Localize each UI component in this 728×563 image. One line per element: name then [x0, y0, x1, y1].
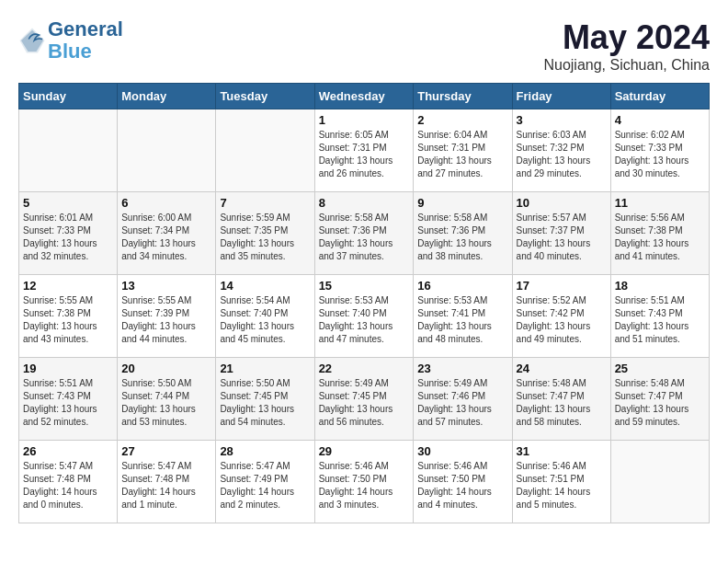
calendar-cell: 25Sunrise: 5:48 AM Sunset: 7:47 PM Dayli… [610, 358, 709, 441]
header-wednesday: Wednesday [314, 84, 414, 109]
day-number: 15 [319, 279, 410, 293]
day-info: Sunrise: 5:54 AM Sunset: 7:40 PM Dayligh… [220, 294, 310, 346]
title-block: May 2024 Nuojiang, Sichuan, China [543, 18, 710, 74]
calendar-week-5: 26Sunrise: 5:47 AM Sunset: 7:48 PM Dayli… [19, 441, 710, 523]
day-info: Sunrise: 5:58 AM Sunset: 7:36 PM Dayligh… [319, 212, 410, 263]
day-info: Sunrise: 5:58 AM Sunset: 7:36 PM Dayligh… [417, 212, 507, 263]
day-info: Sunrise: 6:05 AM Sunset: 7:31 PM Dayligh… [319, 129, 410, 180]
day-info: Sunrise: 5:51 AM Sunset: 7:43 PM Dayligh… [23, 377, 113, 429]
calendar-cell: 11Sunrise: 5:56 AM Sunset: 7:38 PM Dayli… [610, 192, 709, 275]
calendar-cell: 16Sunrise: 5:53 AM Sunset: 7:41 PM Dayli… [414, 275, 512, 358]
day-info: Sunrise: 5:47 AM Sunset: 7:48 PM Dayligh… [23, 460, 113, 511]
day-info: Sunrise: 5:59 AM Sunset: 7:35 PM Dayligh… [220, 212, 310, 263]
day-info: Sunrise: 5:48 AM Sunset: 7:47 PM Dayligh… [615, 377, 705, 429]
day-number: 30 [417, 444, 507, 458]
day-info: Sunrise: 6:03 AM Sunset: 7:32 PM Dayligh… [517, 129, 607, 180]
header-saturday: Saturday [610, 84, 709, 109]
calendar-cell: 15Sunrise: 5:53 AM Sunset: 7:40 PM Dayli… [314, 275, 414, 358]
calendar-cell: 20Sunrise: 5:50 AM Sunset: 7:44 PM Dayli… [118, 358, 216, 441]
day-number: 12 [23, 279, 113, 293]
day-number: 24 [517, 362, 607, 375]
calendar-week-4: 19Sunrise: 5:51 AM Sunset: 7:43 PM Dayli… [19, 358, 710, 441]
calendar-cell: 9Sunrise: 5:58 AM Sunset: 7:36 PM Daylig… [414, 192, 512, 275]
calendar-cell: 22Sunrise: 5:49 AM Sunset: 7:45 PM Dayli… [314, 358, 414, 441]
day-number: 26 [23, 444, 113, 458]
day-info: Sunrise: 5:52 AM Sunset: 7:42 PM Dayligh… [517, 294, 607, 346]
day-info: Sunrise: 5:49 AM Sunset: 7:46 PM Dayligh… [417, 377, 507, 429]
calendar-cell: 8Sunrise: 5:58 AM Sunset: 7:36 PM Daylig… [314, 192, 414, 275]
day-number: 21 [220, 362, 310, 375]
day-number: 23 [417, 362, 507, 375]
page-header: General Blue May 2024 Nuojiang, Sichuan,… [18, 18, 710, 74]
day-number: 16 [417, 279, 507, 293]
calendar-cell: 4Sunrise: 6:02 AM Sunset: 7:33 PM Daylig… [610, 109, 709, 192]
calendar-cell: 29Sunrise: 5:46 AM Sunset: 7:50 PM Dayli… [314, 441, 414, 523]
day-info: Sunrise: 6:04 AM Sunset: 7:31 PM Dayligh… [417, 129, 507, 180]
calendar-cell: 18Sunrise: 5:51 AM Sunset: 7:43 PM Dayli… [610, 275, 709, 358]
day-info: Sunrise: 5:51 AM Sunset: 7:43 PM Dayligh… [615, 294, 705, 346]
day-info: Sunrise: 5:46 AM Sunset: 7:50 PM Dayligh… [319, 460, 410, 511]
logo-icon [18, 27, 46, 54]
calendar-week-3: 12Sunrise: 5:55 AM Sunset: 7:38 PM Dayli… [19, 275, 710, 358]
calendar-cell: 6Sunrise: 6:00 AM Sunset: 7:34 PM Daylig… [118, 192, 216, 275]
day-number: 25 [615, 362, 705, 375]
calendar-cell: 17Sunrise: 5:52 AM Sunset: 7:42 PM Dayli… [512, 275, 610, 358]
calendar-cell: 23Sunrise: 5:49 AM Sunset: 7:46 PM Dayli… [414, 358, 512, 441]
day-number: 19 [23, 362, 113, 375]
day-info: Sunrise: 5:56 AM Sunset: 7:38 PM Dayligh… [615, 212, 705, 263]
day-info: Sunrise: 5:48 AM Sunset: 7:47 PM Dayligh… [517, 377, 607, 429]
day-info: Sunrise: 5:57 AM Sunset: 7:37 PM Dayligh… [517, 212, 607, 263]
calendar-cell: 2Sunrise: 6:04 AM Sunset: 7:31 PM Daylig… [414, 109, 512, 192]
day-number: 27 [121, 444, 211, 458]
calendar-cell: 28Sunrise: 5:47 AM Sunset: 7:49 PM Dayli… [216, 441, 314, 523]
day-number: 13 [121, 279, 211, 293]
calendar-cell [216, 109, 314, 192]
day-info: Sunrise: 5:53 AM Sunset: 7:41 PM Dayligh… [417, 294, 507, 346]
day-info: Sunrise: 5:50 AM Sunset: 7:44 PM Dayligh… [121, 377, 211, 429]
header-thursday: Thursday [414, 84, 512, 109]
day-number: 11 [615, 196, 705, 210]
day-number: 6 [121, 196, 211, 210]
logo: General Blue [18, 18, 123, 63]
calendar-cell: 26Sunrise: 5:47 AM Sunset: 7:48 PM Dayli… [19, 441, 118, 523]
calendar-cell: 31Sunrise: 5:46 AM Sunset: 7:51 PM Dayli… [512, 441, 610, 523]
day-info: Sunrise: 5:47 AM Sunset: 7:49 PM Dayligh… [220, 460, 310, 511]
logo-text: General Blue [48, 18, 123, 63]
day-info: Sunrise: 5:55 AM Sunset: 7:38 PM Dayligh… [23, 294, 113, 346]
calendar-cell: 1Sunrise: 6:05 AM Sunset: 7:31 PM Daylig… [314, 109, 414, 192]
day-info: Sunrise: 5:55 AM Sunset: 7:39 PM Dayligh… [121, 294, 211, 346]
calendar-cell: 5Sunrise: 6:01 AM Sunset: 7:33 PM Daylig… [19, 192, 118, 275]
day-info: Sunrise: 6:02 AM Sunset: 7:33 PM Dayligh… [615, 129, 705, 180]
calendar-cell [118, 109, 216, 192]
calendar-header: Sunday Monday Tuesday Wednesday Thursday… [19, 84, 710, 109]
calendar-week-2: 5Sunrise: 6:01 AM Sunset: 7:33 PM Daylig… [19, 192, 710, 275]
day-number: 9 [417, 196, 507, 210]
calendar-cell: 21Sunrise: 5:50 AM Sunset: 7:45 PM Dayli… [216, 358, 314, 441]
calendar-cell: 3Sunrise: 6:03 AM Sunset: 7:32 PM Daylig… [512, 109, 610, 192]
location: Nuojiang, Sichuan, China [543, 57, 710, 74]
day-info: Sunrise: 5:46 AM Sunset: 7:51 PM Dayligh… [517, 460, 607, 511]
calendar-cell: 19Sunrise: 5:51 AM Sunset: 7:43 PM Dayli… [19, 358, 118, 441]
calendar-cell [19, 109, 118, 192]
day-info: Sunrise: 5:50 AM Sunset: 7:45 PM Dayligh… [220, 377, 310, 429]
day-number: 29 [319, 444, 410, 458]
day-number: 14 [220, 279, 310, 293]
day-info: Sunrise: 5:47 AM Sunset: 7:48 PM Dayligh… [121, 460, 211, 511]
calendar-cell: 30Sunrise: 5:46 AM Sunset: 7:50 PM Dayli… [414, 441, 512, 523]
calendar-cell: 27Sunrise: 5:47 AM Sunset: 7:48 PM Dayli… [118, 441, 216, 523]
day-number: 20 [121, 362, 211, 375]
header-sunday: Sunday [19, 84, 118, 109]
day-number: 28 [220, 444, 310, 458]
day-info: Sunrise: 5:46 AM Sunset: 7:50 PM Dayligh… [417, 460, 507, 511]
day-number: 22 [319, 362, 410, 375]
day-info: Sunrise: 6:01 AM Sunset: 7:33 PM Dayligh… [23, 212, 113, 263]
month-title: May 2024 [543, 18, 710, 57]
calendar-cell: 12Sunrise: 5:55 AM Sunset: 7:38 PM Dayli… [19, 275, 118, 358]
calendar-body: 1Sunrise: 6:05 AM Sunset: 7:31 PM Daylig… [19, 109, 710, 523]
day-number: 31 [517, 444, 607, 458]
day-number: 18 [615, 279, 705, 293]
calendar-table: Sunday Monday Tuesday Wednesday Thursday… [18, 83, 710, 523]
day-number: 2 [417, 113, 507, 127]
header-tuesday: Tuesday [216, 84, 314, 109]
calendar-cell: 10Sunrise: 5:57 AM Sunset: 7:37 PM Dayli… [512, 192, 610, 275]
